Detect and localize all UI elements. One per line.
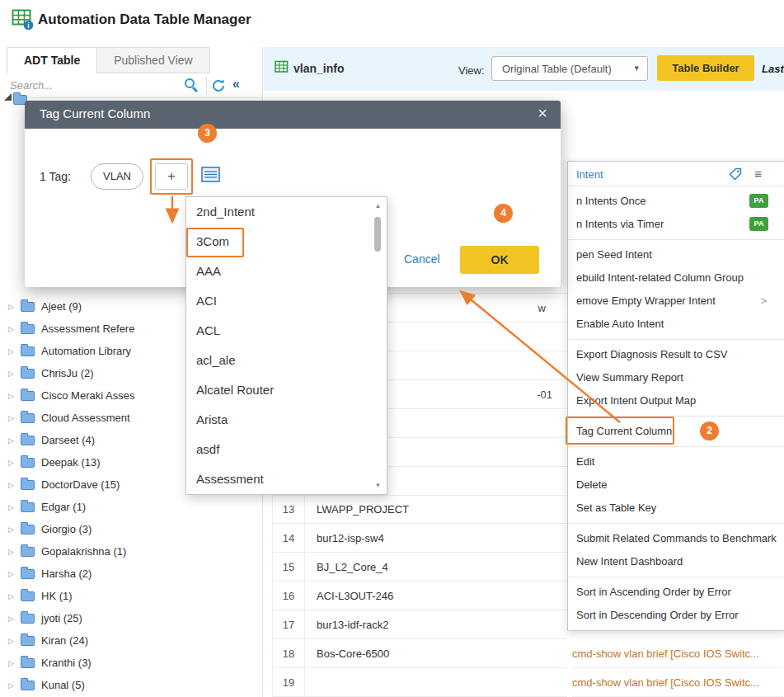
menu-item-export-diagnosis-csv[interactable]: Export Diagnosis Result to CSV	[568, 343, 784, 366]
menu-group: Export Diagnosis Result to CSV View Summ…	[568, 339, 784, 416]
menu-item-tag-current-column[interactable]: Tag Current Column	[568, 420, 784, 443]
tree-item-jyoti[interactable]: ▷jyoti (25)	[0, 607, 262, 629]
tree-item-gopalakrishna[interactable]: ▷Gopalakrishna (1)	[0, 540, 262, 563]
expand-arrow-icon[interactable]: ▷	[8, 370, 20, 378]
refresh-icon[interactable]	[211, 78, 226, 93]
intent-link[interactable]: cmd-show vlan brief [Cisco IOS Switc...	[572, 639, 783, 668]
scroll-down-icon[interactable]: ▼	[372, 482, 384, 489]
menu-group: pen Seed Intent ebuild Intent-related Co…	[568, 239, 784, 339]
view-select[interactable]: Original Table (Default) ▾	[491, 56, 648, 81]
device-name-cell[interactable]: BJ_L2_Core_4	[305, 553, 567, 581]
device-name-cell[interactable]: Bos-Core-6500	[305, 639, 567, 667]
context-menu-header: Intent ≡	[568, 162, 784, 186]
expand-arrow-icon[interactable]: ▷	[8, 525, 20, 534]
dropdown-scrollbar[interactable]: ▲ ▼	[372, 200, 384, 491]
device-name-cell[interactable]	[305, 668, 567, 696]
intent-link[interactable]: cmd-show vlan brief [Cisco IOS Switc...	[572, 668, 783, 697]
menu-item-export-intent-output-map[interactable]: Export Intent Output Map	[568, 389, 784, 412]
hamburger-menu-icon[interactable]: ≡	[754, 162, 762, 186]
menu-group: Tag Current Column	[568, 416, 784, 446]
device-name-cell[interactable]: bur12-isp-sw4	[305, 524, 567, 552]
expand-arrow-icon[interactable]: ▷	[8, 436, 20, 445]
search-input[interactable]: Search...	[10, 79, 53, 92]
expand-arrow-icon[interactable]: ▷	[8, 459, 20, 467]
menu-item-submit-related-commands[interactable]: Submit Related Commands to Benchmark	[568, 527, 784, 550]
dropdown-option-3com[interactable]: 3Com	[186, 227, 387, 257]
scrollbar-thumb[interactable]	[374, 217, 381, 252]
dropdown-option[interactable]: Assessment	[186, 464, 387, 494]
menu-item-view-summary-report[interactable]: View Summary Report	[568, 366, 784, 389]
expand-arrow-icon[interactable]: ▷	[8, 503, 20, 511]
device-name-cell[interactable]: bur13-idf-rack2	[305, 610, 567, 638]
tag-icon[interactable]	[729, 167, 742, 181]
expand-arrow-icon[interactable]: ▷	[8, 659, 20, 667]
search-icon[interactable]	[185, 78, 195, 88]
tree-root-expanded-icon[interactable]	[4, 93, 12, 101]
scroll-up-icon[interactable]: ▲	[372, 202, 384, 210]
dropdown-option[interactable]: Alcatel Router	[186, 375, 387, 405]
menu-item-enable-auto-intent[interactable]: Enable Auto Intent	[568, 313, 784, 336]
submenu-chevron-icon: >	[760, 290, 767, 313]
row-number: 13	[272, 495, 305, 523]
tree-item-hk[interactable]: ▷HK (1)	[0, 585, 262, 607]
table-builder-button[interactable]: Table Builder	[657, 55, 754, 81]
expand-arrow-icon[interactable]: ▷	[8, 570, 20, 578]
dropdown-option[interactable]: ACI	[186, 286, 387, 316]
tab-adt-table[interactable]: ADT Table	[7, 47, 97, 73]
folder-icon	[21, 591, 35, 601]
table-icon	[275, 60, 289, 73]
dropdown-option[interactable]: asdf	[186, 435, 387, 464]
tag-list-icon[interactable]	[201, 167, 220, 182]
dropdown-option[interactable]: acl_ale	[186, 346, 387, 375]
dropdown-option[interactable]: ACL	[186, 316, 387, 346]
dropdown-option[interactable]: Arista	[186, 405, 387, 435]
expand-arrow-icon[interactable]: ▷	[8, 548, 20, 556]
dropdown-option[interactable]: AAA	[186, 257, 387, 286]
tree-item-edgar[interactable]: ▷Edgar (1)	[0, 496, 262, 518]
divider	[206, 77, 207, 95]
menu-item-open-seed-intent[interactable]: pen Seed Intent	[568, 243, 784, 266]
menu-item-new-intent-dashboard[interactable]: New Intent Dashboard	[568, 550, 784, 573]
menu-item-remove-empty-wrapper-intent[interactable]: emove Empty Wrapper Intent>	[568, 290, 784, 313]
collapse-panel-icon[interactable]: «	[232, 77, 240, 92]
menu-item-sort-ascending-by-error[interactable]: Sort in Ascending Order by Error	[568, 581, 784, 604]
tree-item-kiran[interactable]: ▷Kiran (24)	[0, 629, 262, 652]
expand-arrow-icon[interactable]: ▷	[8, 325, 20, 333]
menu-item-set-as-table-key[interactable]: Set as Table Key	[568, 497, 784, 520]
expand-arrow-icon[interactable]: ▷	[8, 592, 20, 600]
menu-item-run-intents-once[interactable]: n Intents OncePA	[568, 190, 784, 213]
expand-arrow-icon[interactable]: ▷	[8, 481, 20, 489]
dropdown-option[interactable]: 2nd_Intent	[186, 197, 387, 227]
table-row: 18Bos-Core-6500	[272, 639, 567, 668]
device-name-cell[interactable]: ACI-L3OUT-246	[305, 582, 567, 610]
table-row: 13LWAPP_PROJECT	[272, 495, 567, 524]
tab-published-view[interactable]: Published View	[97, 47, 209, 73]
expand-arrow-icon[interactable]: ▷	[8, 615, 20, 623]
expand-arrow-icon[interactable]: ▷	[8, 414, 20, 422]
expand-arrow-icon[interactable]: ▷	[8, 347, 20, 356]
tree-item-kranthi[interactable]: ▷Kranthi (3)	[0, 652, 262, 674]
close-icon[interactable]: ×	[538, 104, 547, 123]
expand-arrow-icon[interactable]: ▷	[8, 392, 20, 400]
menu-item-sort-descending-by-error[interactable]: Sort in Descending Order by Error	[568, 604, 784, 627]
tree-item-harsha[interactable]: ▷Harsha (2)	[0, 563, 262, 585]
menu-item-edit[interactable]: Edit	[568, 450, 784, 473]
folder-icon	[21, 681, 35, 690]
tag-chip-vlan[interactable]: VLAN	[91, 163, 143, 190]
tree-item-giorgio[interactable]: ▷Giorgio (3)	[0, 518, 262, 540]
expand-arrow-icon[interactable]: ▷	[8, 681, 20, 690]
expand-arrow-icon[interactable]: ▷	[8, 303, 20, 311]
menu-item-rebuild-intent-column-group[interactable]: ebuild Intent-related Column Group	[568, 266, 784, 290]
folder-icon	[21, 525, 35, 535]
ok-button[interactable]: OK	[460, 246, 539, 274]
menu-item-delete[interactable]: Delete	[568, 473, 784, 497]
add-tag-button[interactable]: +	[155, 163, 188, 190]
tree-item-kunal[interactable]: ▷Kunal (5)	[0, 674, 262, 696]
device-name-cell[interactable]: LWAPP_PROJECT	[305, 495, 567, 523]
menu-item-run-intents-via-timer[interactable]: n Intents via TimerPA	[568, 213, 784, 236]
table-row: 17bur13-idf-rack2	[272, 610, 567, 639]
folder-icon	[21, 658, 35, 668]
cancel-button[interactable]: Cancel	[404, 252, 440, 266]
dialog-header: Tag Current Column ×	[25, 101, 561, 129]
expand-arrow-icon[interactable]: ▷	[8, 637, 20, 645]
